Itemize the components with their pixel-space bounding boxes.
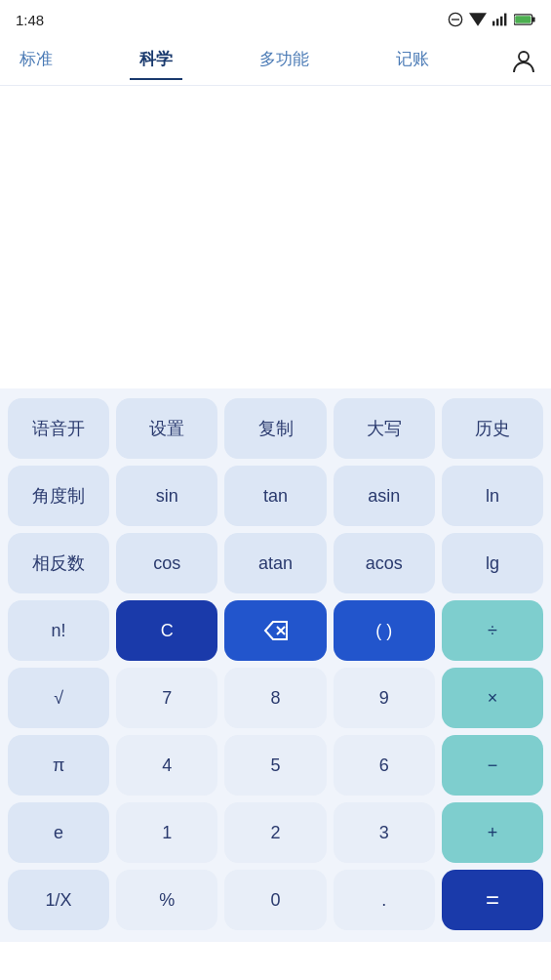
battery-icon: [514, 14, 535, 25]
key-ln[interactable]: ln: [442, 466, 543, 526]
key-row-4: √789×: [8, 668, 543, 728]
key-2[interactable]: 2: [224, 802, 326, 863]
key-×[interactable]: ×: [442, 668, 543, 728]
svg-rect-4: [496, 19, 498, 25]
key-历史[interactable]: 历史: [442, 398, 543, 459]
svg-rect-5: [500, 17, 502, 26]
key-1/X[interactable]: 1/X: [8, 870, 109, 930]
key-row-2: 相反数cosatanacoslg: [8, 533, 543, 593]
key-atan[interactable]: atan: [224, 533, 326, 593]
key-设置[interactable]: 设置: [116, 398, 217, 459]
tab-ledger[interactable]: 记账: [386, 40, 439, 80]
display-area: [0, 86, 551, 388]
svg-rect-8: [532, 17, 535, 21]
signal-icon: [492, 13, 508, 26]
key-÷[interactable]: ÷: [442, 600, 543, 661]
status-bar: 1:48: [0, 0, 551, 35]
svg-rect-3: [492, 21, 494, 26]
key-e[interactable]: e: [8, 802, 109, 863]
key-9[interactable]: 9: [334, 668, 435, 728]
svg-rect-6: [504, 14, 506, 26]
key-大写[interactable]: 大写: [334, 398, 435, 459]
profile-icon: [510, 47, 537, 74]
key-5[interactable]: 5: [224, 735, 326, 796]
key-√[interactable]: √: [8, 668, 109, 728]
key-n![interactable]: n!: [8, 600, 109, 661]
tab-multifunction[interactable]: 多功能: [250, 40, 319, 80]
tab-standard[interactable]: 标准: [10, 40, 62, 80]
key-复制[interactable]: 复制: [224, 398, 326, 459]
key-row-6: e123+: [8, 802, 543, 863]
key-.[interactable]: .: [334, 870, 435, 930]
key-acos[interactable]: acos: [334, 533, 435, 593]
svg-marker-2: [469, 13, 487, 26]
key-C[interactable]: C: [116, 600, 217, 661]
key-+[interactable]: +: [442, 802, 543, 863]
key-0[interactable]: 0: [224, 870, 326, 930]
status-time: 1:48: [16, 12, 44, 28]
key-语音开[interactable]: 语音开: [8, 398, 109, 459]
profile-button[interactable]: [506, 43, 541, 78]
tab-science[interactable]: 科学: [130, 40, 182, 80]
key-row-5: π456−: [8, 735, 543, 796]
key-%[interactable]: %: [116, 870, 217, 930]
svg-point-10: [519, 52, 529, 61]
key-lg[interactable]: lg: [442, 533, 543, 593]
key-cos[interactable]: cos: [116, 533, 217, 593]
key-(-)[interactable]: ( ): [334, 600, 435, 661]
key-⌫[interactable]: [224, 600, 326, 661]
key-7[interactable]: 7: [116, 668, 217, 728]
nav-tabs: 标准 科学 多功能 记账: [0, 35, 551, 86]
svg-rect-9: [515, 16, 531, 23]
key-sin[interactable]: sin: [116, 466, 217, 526]
key-4[interactable]: 4: [116, 735, 217, 796]
status-icons: [448, 12, 535, 27]
dnd-icon: [448, 12, 463, 27]
key-−[interactable]: −: [442, 735, 543, 796]
key-相反数[interactable]: 相反数: [8, 533, 109, 593]
key-6[interactable]: 6: [334, 735, 435, 796]
backspace-icon: [263, 620, 289, 641]
key-π[interactable]: π: [8, 735, 109, 796]
key-角度制[interactable]: 角度制: [8, 466, 109, 526]
key-=[interactable]: =: [442, 870, 543, 930]
keypad: 语音开设置复制大写历史角度制sintanasinln相反数cosatanacos…: [0, 388, 551, 942]
key-row-1: 角度制sintanasinln: [8, 466, 543, 526]
wifi-icon: [469, 13, 487, 26]
key-asin[interactable]: asin: [334, 466, 435, 526]
key-tan[interactable]: tan: [224, 466, 326, 526]
key-row-3: n!C( )÷: [8, 600, 543, 661]
key-8[interactable]: 8: [224, 668, 326, 728]
key-1[interactable]: 1: [116, 802, 217, 863]
key-row-7: 1/X%0.=: [8, 870, 543, 930]
key-3[interactable]: 3: [334, 802, 435, 863]
key-row-0: 语音开设置复制大写历史: [8, 398, 543, 459]
